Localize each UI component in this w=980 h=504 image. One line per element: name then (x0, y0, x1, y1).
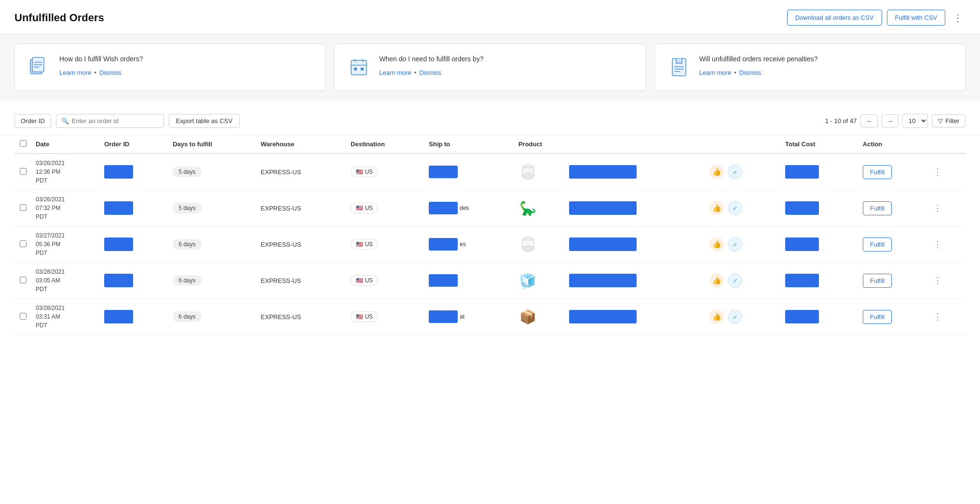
fulfill-csv-button[interactable]: Fulfill with CSV (887, 10, 945, 26)
days-cell-0: 5 days (169, 154, 257, 190)
hand-icon-0[interactable]: 👍 (709, 165, 724, 179)
check-icon-3[interactable]: ✓ (728, 273, 742, 288)
card-1-dismiss[interactable]: Dismiss (99, 69, 122, 76)
order-id-cell-4 (100, 299, 169, 335)
filter-label: Filter (945, 117, 959, 125)
destination-cell-1: 🇺🇸 US (347, 190, 425, 226)
hand-icon-2[interactable]: 👍 (709, 237, 724, 252)
card-1-learn-more[interactable]: Learn more (59, 69, 91, 76)
product-action-icons-cell-3: 👍 ✓ (706, 263, 781, 299)
check-icon-2[interactable]: ✓ (728, 237, 742, 252)
table-row: 03/27/202105:36 PMPDT 6 days EXPRESS-US … (14, 226, 966, 263)
card-2-links: Learn more • Dismiss (379, 69, 483, 76)
row-checkbox-3[interactable] (20, 277, 27, 283)
product-action-icons-cell-0: 👍 ✓ (706, 154, 781, 190)
filter-icon: ▽ (938, 117, 943, 125)
product-action-icons-cell-2: 👍 ✓ (706, 226, 781, 263)
hand-icon-1[interactable]: 👍 (709, 201, 724, 215)
card-1-body: How do I fulfill Wish orders? Learn more… (59, 55, 143, 76)
product-img-cell-4: 📦 (515, 299, 565, 335)
product-img-cell-1: 🦕 (515, 190, 565, 226)
col-date: Date (32, 135, 100, 154)
total-cost-cell-0 (781, 154, 859, 190)
product-name-cell-0 (565, 154, 706, 190)
hand-icon-4[interactable]: 👍 (709, 309, 724, 324)
date-cell-0: 03/26/202112:36 PMPDT (32, 154, 100, 190)
prev-page-button[interactable]: ← (860, 114, 877, 127)
col-checkbox (14, 135, 32, 154)
card-2-title: When do I need to fulfill orders by? (379, 55, 483, 64)
days-cell-4: 6 days (169, 299, 257, 335)
card-3-learn-more[interactable]: Learn more (699, 69, 731, 76)
per-page-select[interactable]: 10 25 50 (902, 114, 928, 128)
card-2-icon (346, 55, 371, 80)
svg-rect-8 (361, 68, 364, 70)
card-1-separator: • (94, 69, 96, 76)
row-checkbox-cell (14, 154, 32, 190)
export-csv-button[interactable]: Export table as CSV (169, 114, 240, 128)
row-more-icon-4[interactable]: ⋮ (931, 312, 944, 322)
total-cost-cell-2 (781, 226, 859, 263)
table-row: 03/26/202107:32 PMPDT 5 days EXPRESS-US … (14, 190, 966, 226)
ship-to-cell-4: at (425, 299, 515, 335)
product-img-cell-2 (515, 226, 565, 263)
card-2-dismiss[interactable]: Dismiss (419, 69, 441, 76)
hand-icon-3[interactable]: 👍 (709, 273, 724, 288)
table-row: 03/28/202103:05 AMPDT 6 days EXPRESS-US … (14, 263, 966, 299)
order-id-filter-badge[interactable]: Order ID (14, 114, 51, 128)
fulfill-button-0[interactable]: Fulfill (863, 165, 892, 179)
header-actions: Download all orders as CSV Fulfill with … (787, 10, 966, 26)
row-more-icon-0[interactable]: ⋮ (931, 167, 944, 177)
row-more-icon-1[interactable]: ⋮ (931, 203, 944, 213)
fulfill-button-2[interactable]: Fulfill (863, 238, 892, 252)
select-all-checkbox[interactable] (20, 140, 27, 147)
check-icon-0[interactable]: ✓ (728, 165, 742, 179)
card-3-dismiss[interactable]: Dismiss (739, 69, 762, 76)
date-cell-2: 03/27/202105:36 PMPDT (32, 226, 100, 263)
row-checkbox-1[interactable] (20, 204, 27, 211)
table-row: 03/28/202103:31 AMPDT 6 days EXPRESS-US … (14, 299, 966, 335)
row-checkbox-2[interactable] (20, 240, 27, 247)
warehouse-cell-0: EXPRESS-US (257, 154, 347, 190)
info-card-3: Will unfulfilled orders receive penaltie… (654, 43, 966, 91)
ship-to-cell-1: des (425, 190, 515, 226)
fulfill-button-1[interactable]: Fulfill (863, 201, 892, 215)
row-more-icon-2[interactable]: ⋮ (931, 239, 944, 249)
next-page-button[interactable]: → (882, 114, 898, 127)
total-cost-cell-4 (781, 299, 859, 335)
row-checkbox-0[interactable] (20, 168, 27, 175)
order-id-cell-1 (100, 190, 169, 226)
col-days-to-fulfill: Days to fulfill (169, 135, 257, 154)
svg-point-15 (522, 173, 534, 179)
search-icon: 🔍 (61, 117, 69, 125)
more-options-icon[interactable]: ⋮ (950, 10, 966, 26)
row-checkbox-4[interactable] (20, 313, 27, 320)
fulfill-btn-cell-3: Fulfill (859, 263, 928, 299)
orders-table-section: Date Order ID Days to fulfill Warehouse … (0, 135, 980, 335)
card-1-icon (27, 55, 52, 80)
card-3-links: Learn more • Dismiss (699, 69, 818, 76)
download-csv-button[interactable]: Download all orders as CSV (787, 10, 882, 26)
product-name-cell-2 (565, 226, 706, 263)
search-input[interactable] (72, 117, 159, 125)
filter-button[interactable]: ▽ Filter (932, 114, 966, 127)
row-more-icon-3[interactable]: ⋮ (931, 276, 944, 285)
fulfill-button-4[interactable]: Fulfill (863, 310, 892, 324)
warehouse-cell-4: EXPRESS-US (257, 299, 347, 335)
destination-cell-0: 🇺🇸 US (347, 154, 425, 190)
card-1-title: How do I fulfill Wish orders? (59, 55, 143, 64)
fulfill-button-3[interactable]: Fulfill (863, 274, 892, 288)
check-icon-4[interactable]: ✓ (728, 309, 742, 324)
ship-to-cell-0 (425, 154, 515, 190)
col-product: Product (515, 135, 781, 154)
table-header-row: Date Order ID Days to fulfill Warehouse … (14, 135, 966, 154)
destination-cell-4: 🇺🇸 US (347, 299, 425, 335)
check-icon-1[interactable]: ✓ (728, 201, 742, 215)
card-2-learn-more[interactable]: Learn more (379, 69, 411, 76)
col-ship-to: Ship to (425, 135, 515, 154)
total-cost-cell-3 (781, 263, 859, 299)
svg-rect-7 (354, 68, 357, 70)
card-3-icon (667, 55, 692, 80)
card-3-separator: • (734, 69, 736, 76)
card-3-body: Will unfulfilled orders receive penaltie… (699, 55, 818, 76)
